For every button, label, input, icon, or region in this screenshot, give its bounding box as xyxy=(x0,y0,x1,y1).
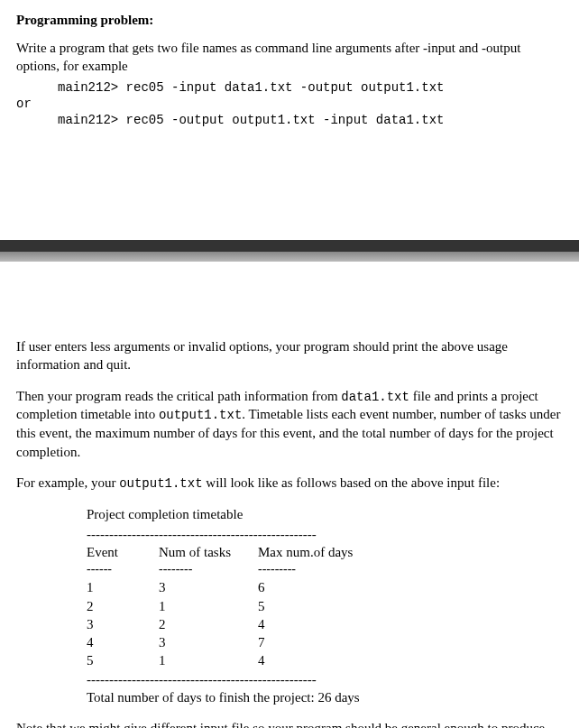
problem-heading: Programming problem: xyxy=(16,13,563,28)
table-sub-divider: ------ -------- --------- xyxy=(87,561,563,578)
table-row: 4 3 7 xyxy=(87,633,563,651)
header-event: Event xyxy=(87,543,159,561)
description-paragraph: Then your program reads the critical pat… xyxy=(16,387,563,461)
header-days: Max num.of days xyxy=(258,543,366,561)
cell-event: 4 xyxy=(87,633,159,651)
cell-event: 3 xyxy=(87,615,159,633)
final-note: Note that we might give different input … xyxy=(16,719,563,728)
cell-tasks: 3 xyxy=(159,633,258,651)
desc-text-a: Then your program reads the critical pat… xyxy=(16,389,341,403)
or-separator: or xyxy=(16,96,563,112)
page-break-bar xyxy=(0,240,579,262)
cell-days: 7 xyxy=(258,633,366,651)
header-tasks: Num of tasks xyxy=(159,543,258,561)
cell-days: 4 xyxy=(258,651,366,669)
code-example-2: main212> rec05 -output output1.txt -inpu… xyxy=(58,112,563,128)
section-top: Programming problem: Write a program tha… xyxy=(0,0,579,141)
code-example-1: main212> rec05 -input data1.txt -output … xyxy=(58,79,563,96)
cell-days: 6 xyxy=(258,578,366,596)
sub-dash-tasks: -------- xyxy=(159,561,258,578)
cell-event: 1 xyxy=(87,578,159,596)
table-divider-bottom: ----------------------------------------… xyxy=(87,670,563,688)
output-filename: output1.txt xyxy=(159,408,242,422)
cell-tasks: 1 xyxy=(159,651,258,669)
table-header-row: Event Num of tasks Max num.of days xyxy=(87,543,563,561)
example-intro-paragraph: For example, your output1.txt will look … xyxy=(16,474,563,493)
sub-dash-event: ------ xyxy=(87,561,159,578)
intro-paragraph: Write a program that gets two file names… xyxy=(16,39,563,76)
cell-tasks: 3 xyxy=(159,578,258,596)
input-filename: data1.txt xyxy=(341,390,409,404)
output-table: Project completion timetable -----------… xyxy=(87,505,563,706)
cell-event: 2 xyxy=(87,597,159,615)
cell-days: 4 xyxy=(258,615,366,633)
cell-tasks: 1 xyxy=(159,597,258,615)
table-title: Project completion timetable xyxy=(87,505,563,523)
example-filename: output1.txt xyxy=(119,476,202,491)
cell-event: 5 xyxy=(87,651,159,669)
table-row: 5 1 4 xyxy=(87,651,563,669)
section-bottom: If user enters less arguments or invalid… xyxy=(0,325,579,728)
usage-paragraph: If user enters less arguments or invalid… xyxy=(16,337,563,374)
table-row: 1 3 6 xyxy=(87,578,563,596)
example-text-b: will look like as follows based on the a… xyxy=(203,475,501,490)
table-row: 3 2 4 xyxy=(87,615,563,633)
sub-dash-days: --------- xyxy=(258,561,366,578)
cell-days: 5 xyxy=(258,597,366,615)
table-divider-top: ----------------------------------------… xyxy=(87,525,563,543)
total-line: Total number of days to finish the proje… xyxy=(87,688,563,706)
table-row: 2 1 5 xyxy=(87,597,563,615)
example-text-a: For example, your xyxy=(16,475,119,490)
cell-tasks: 2 xyxy=(159,615,258,633)
